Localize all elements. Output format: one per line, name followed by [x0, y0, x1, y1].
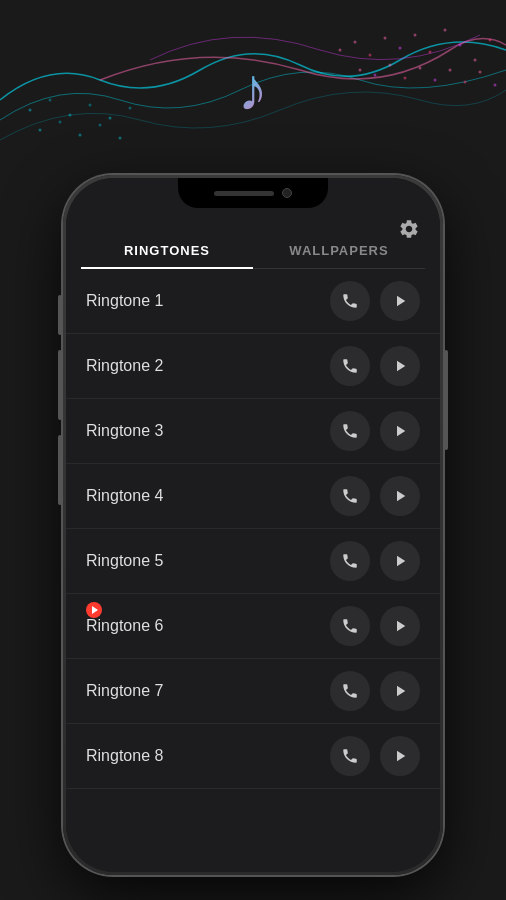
- set-ringtone-button[interactable]: [330, 476, 370, 516]
- svg-point-15: [419, 67, 422, 70]
- set-ringtone-button[interactable]: [330, 671, 370, 711]
- svg-point-25: [109, 117, 112, 120]
- set-ringtone-button[interactable]: [330, 736, 370, 776]
- side-button-power: [444, 350, 448, 450]
- side-button-volume-down: [58, 435, 62, 505]
- play-ringtone-button[interactable]: [380, 736, 420, 776]
- play-ringtone-button[interactable]: [380, 281, 420, 321]
- svg-point-23: [69, 114, 72, 117]
- svg-point-1: [354, 41, 357, 44]
- svg-point-22: [49, 99, 52, 102]
- svg-point-31: [119, 137, 122, 140]
- ringtone-item: Ringtone 5: [66, 529, 440, 594]
- set-ringtone-button[interactable]: [330, 411, 370, 451]
- svg-point-27: [39, 129, 42, 132]
- ringtone-item: Ringtone 3: [66, 399, 440, 464]
- svg-point-12: [374, 74, 377, 77]
- play-ringtone-button[interactable]: [380, 541, 420, 581]
- front-camera: [282, 188, 292, 198]
- svg-point-8: [459, 44, 462, 47]
- svg-point-26: [129, 107, 132, 110]
- svg-point-13: [389, 64, 392, 67]
- svg-point-16: [434, 79, 437, 82]
- svg-point-4: [399, 47, 402, 50]
- svg-point-7: [444, 29, 447, 32]
- svg-point-19: [479, 71, 482, 74]
- phone-frame: RINGTONES WALLPAPERS Ringtone 1 Ringt: [63, 175, 443, 875]
- side-button-mute: [58, 295, 62, 335]
- ringtone-item: Ringtone 2: [66, 334, 440, 399]
- svg-point-21: [29, 109, 32, 112]
- ringtone-name: Ringtone 3: [86, 422, 330, 440]
- set-ringtone-button[interactable]: [330, 606, 370, 646]
- set-ringtone-button[interactable]: [330, 346, 370, 386]
- play-ringtone-button[interactable]: [380, 476, 420, 516]
- svg-point-3: [384, 37, 387, 40]
- svg-point-29: [79, 134, 82, 137]
- music-note-icon: ♪: [238, 55, 268, 124]
- side-button-volume-up: [58, 350, 62, 420]
- ringtone-name: Ringtone 4: [86, 487, 330, 505]
- ringtone-item: Ringtone 7: [66, 659, 440, 724]
- ringtone-name: Ringtone 7: [86, 682, 330, 700]
- svg-point-6: [429, 51, 432, 54]
- tab-bar: RINGTONES WALLPAPERS: [81, 233, 425, 269]
- ringtone-name: Ringtone 1: [86, 292, 330, 310]
- ringtone-name: Ringtone 6: [86, 617, 330, 635]
- svg-point-9: [474, 59, 477, 62]
- ringtone-list: Ringtone 1 Ringtone 2: [66, 269, 440, 823]
- svg-point-20: [494, 84, 497, 87]
- svg-point-5: [414, 34, 417, 37]
- set-ringtone-button[interactable]: [330, 541, 370, 581]
- svg-point-2: [369, 54, 372, 57]
- ringtone-name: Ringtone 2: [86, 357, 330, 375]
- set-ringtone-button[interactable]: [330, 281, 370, 321]
- svg-point-18: [464, 81, 467, 84]
- phone-notch: [178, 178, 328, 208]
- new-badge: [86, 602, 102, 618]
- speaker: [214, 191, 274, 196]
- play-ringtone-button[interactable]: [380, 671, 420, 711]
- svg-point-17: [449, 69, 452, 72]
- svg-point-28: [59, 121, 62, 124]
- svg-point-0: [339, 49, 342, 52]
- settings-button[interactable]: [398, 218, 420, 245]
- svg-point-14: [404, 77, 407, 80]
- phone-screen: RINGTONES WALLPAPERS Ringtone 1 Ringt: [66, 178, 440, 872]
- ringtone-name: Ringtone 8: [86, 747, 330, 765]
- ringtone-item: Ringtone 4: [66, 464, 440, 529]
- svg-point-24: [89, 104, 92, 107]
- app-content: RINGTONES WALLPAPERS Ringtone 1 Ringt: [66, 178, 440, 872]
- svg-point-10: [489, 39, 492, 42]
- svg-point-30: [99, 124, 102, 127]
- play-ringtone-button[interactable]: [380, 606, 420, 646]
- svg-marker-32: [92, 606, 98, 614]
- ringtone-item: Ringtone 6: [66, 594, 440, 659]
- ringtone-item: Ringtone 1: [66, 269, 440, 334]
- tab-ringtones[interactable]: RINGTONES: [81, 233, 253, 268]
- svg-point-11: [359, 69, 362, 72]
- play-ringtone-button[interactable]: [380, 411, 420, 451]
- ringtone-item: Ringtone 8: [66, 724, 440, 789]
- play-ringtone-button[interactable]: [380, 346, 420, 386]
- ringtone-name: Ringtone 5: [86, 552, 330, 570]
